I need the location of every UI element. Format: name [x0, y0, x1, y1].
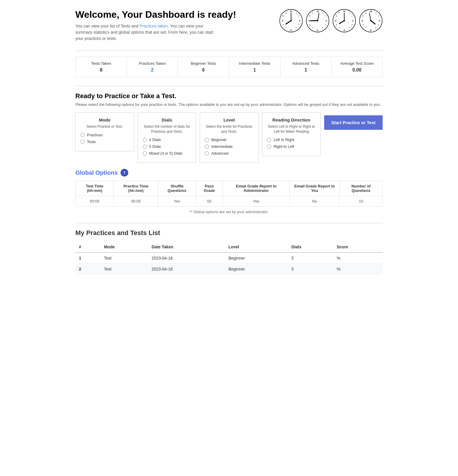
stats-divider — [75, 86, 383, 86]
dials-4-option[interactable]: 4 Dials — [143, 137, 191, 142]
reading-direction-subtitle: Select Left to Right or Right to Left fo… — [267, 124, 316, 134]
dials-5-radio[interactable] — [143, 145, 147, 149]
list-col-5: Score — [333, 242, 383, 252]
reading-direction-box: Reading Direction Select Left to Right o… — [262, 112, 321, 156]
svg-text:7: 7 — [286, 27, 287, 29]
svg-text:9: 9 — [308, 20, 310, 22]
global-header-0: Test Time (hh:mm) — [76, 181, 114, 196]
ready-description: Please select the following options for … — [75, 102, 383, 108]
level-beginner-radio[interactable] — [205, 138, 209, 142]
svg-text:10: 10 — [362, 15, 364, 17]
level-subtitle: Select the levels for Practices and Test… — [205, 124, 254, 134]
svg-text:4: 4 — [378, 24, 379, 26]
svg-text:9: 9 — [362, 20, 363, 22]
stat-label-2: Beginner Tests — [183, 61, 224, 66]
level-beginner-option[interactable]: Beginner — [205, 137, 254, 142]
dials-box: Dials Select the number of dials for Pra… — [138, 112, 196, 163]
svg-text:10: 10 — [335, 15, 337, 17]
mode-tests-option[interactable]: Tests — [80, 140, 129, 144]
dials-4-radio[interactable] — [143, 138, 147, 142]
svg-text:12: 12 — [343, 10, 345, 13]
svg-text:11: 11 — [338, 12, 340, 14]
mode-subtitle: Select Practice or Test. — [80, 124, 129, 129]
svg-text:7: 7 — [339, 27, 340, 29]
stat-value-1: 2 — [131, 67, 173, 73]
dials-mixed-option[interactable]: Mixed (4 or 5) Dials — [143, 151, 191, 156]
svg-text:4: 4 — [298, 24, 299, 26]
direction-rtl-radio[interactable] — [267, 145, 271, 149]
direction-ltr-option[interactable]: Left to Right — [267, 137, 316, 142]
table-row: 2Test2023-04-16Beginner5% — [75, 264, 383, 275]
list-cell-0-2: 2023-04-16 — [148, 252, 225, 264]
dials-5-option[interactable]: 5 Dials — [143, 144, 191, 149]
practices-link[interactable]: Practices taken — [139, 24, 168, 28]
list-title: My Practices and Tests List — [75, 229, 383, 237]
level-title: Level — [205, 117, 254, 122]
mode-practices-radio[interactable] — [80, 133, 85, 137]
list-table: #ModeDate TakenLevelDialsScore 1Test2023… — [75, 242, 383, 275]
stat-label-4: Advanced Tests — [285, 61, 327, 66]
svg-text:3: 3 — [379, 20, 380, 22]
mode-tests-radio[interactable] — [80, 140, 85, 144]
direction-ltr-label: Left to Right — [274, 137, 294, 142]
svg-text:3: 3 — [352, 20, 353, 22]
list-col-2: Date Taken — [148, 242, 225, 252]
level-advanced-label: Advanced — [211, 151, 228, 156]
direction-rtl-label: Right to Left — [274, 144, 294, 149]
level-intermediate-label: Intermediate — [211, 144, 233, 149]
svg-text:6: 6 — [370, 29, 371, 31]
direction-ltr-radio[interactable] — [267, 138, 271, 142]
page-title: Welcome, Your Dashboard is ready! — [75, 9, 236, 20]
level-advanced-option[interactable]: Advanced — [205, 151, 254, 156]
global-options-badge: 7 — [121, 169, 128, 177]
svg-text:1: 1 — [376, 12, 376, 14]
svg-text:6: 6 — [317, 29, 318, 31]
page-header: Welcome, Your Dashboard is ready! You ca… — [75, 9, 383, 42]
global-value-4: Yes — [223, 196, 290, 207]
mode-practices-label: Practices — [87, 133, 103, 137]
table-row: 1Test2023-04-16Beginner5% — [75, 252, 383, 264]
global-options-title: Global Options — [75, 169, 118, 176]
svg-text:5: 5 — [349, 27, 350, 29]
clock-2: 12 3 6 9 1 2 4 5 7 8 10 11 — [306, 9, 329, 33]
global-header-5: Email Grade Report to You — [290, 181, 339, 196]
list-col-1: Mode — [100, 242, 148, 252]
svg-text:2: 2 — [352, 15, 353, 17]
list-cell-1-2: 2023-04-16 — [148, 264, 225, 275]
svg-text:12: 12 — [316, 10, 319, 13]
start-button-wrap: Start Practice or Test — [324, 112, 383, 130]
global-value-1: 00:05 — [114, 196, 158, 207]
svg-text:8: 8 — [283, 24, 284, 26]
level-advanced-radio[interactable] — [205, 151, 209, 156]
level-intermediate-radio[interactable] — [205, 145, 209, 149]
dials-title: Dials — [143, 117, 191, 122]
svg-point-63 — [370, 20, 372, 22]
stats-row: Tests Taken8Practices Taken2Beginner Tes… — [75, 57, 383, 77]
mode-box: Mode Select Practice or Test. Practices … — [75, 112, 134, 151]
svg-text:6: 6 — [344, 29, 345, 31]
level-beginner-label: Beginner — [211, 137, 227, 142]
svg-text:11: 11 — [285, 12, 287, 14]
stat-value-4: 1 — [285, 67, 327, 73]
dials-subtitle: Select the number of dials for Practices… — [143, 124, 191, 134]
svg-text:10: 10 — [309, 15, 311, 17]
global-header-6: Number of Questions — [340, 181, 383, 196]
svg-text:8: 8 — [363, 24, 363, 26]
svg-text:5: 5 — [322, 27, 323, 29]
dials-mixed-radio[interactable] — [143, 151, 147, 156]
list-cell-0-1: Test — [100, 252, 148, 264]
header-description: You can view your list of Tests and Prac… — [75, 23, 217, 42]
ready-title: Ready to Practice or Take a Test. — [75, 92, 383, 100]
list-cell-0-5: % — [333, 252, 383, 264]
global-value-3: 50 — [196, 196, 223, 207]
direction-rtl-option[interactable]: Right to Left — [267, 144, 316, 149]
mode-practices-option[interactable]: Practices — [80, 133, 129, 137]
level-box: Level Select the levels for Practices an… — [200, 112, 259, 163]
global-header-4: Email Grade Report to Administrator — [223, 181, 290, 196]
header-divider — [75, 51, 383, 51]
stat-value-5: 0.00 — [336, 67, 378, 73]
level-intermediate-option[interactable]: Intermediate — [205, 144, 254, 149]
svg-text:11: 11 — [365, 12, 366, 14]
start-button[interactable]: Start Practice or Test — [324, 115, 383, 130]
stat-box-0: Tests Taken8 — [76, 57, 127, 77]
